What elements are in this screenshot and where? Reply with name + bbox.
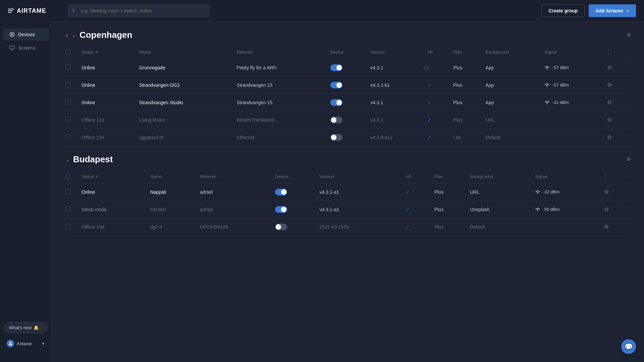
device-background: App	[482, 59, 540, 76]
filter-arrow-icon: ▼	[95, 175, 99, 178]
device-ap: ✓	[423, 76, 449, 94]
device-settings-button[interactable]: ⚙	[606, 133, 613, 142]
columns-menu-icon[interactable]: ⋮	[606, 49, 611, 55]
device-settings-button[interactable]: ⚙	[603, 205, 610, 214]
device-plan: Plus	[449, 76, 481, 94]
screen-icon	[9, 45, 15, 51]
sidebar-item-screens[interactable]: Screens	[3, 42, 49, 54]
device-name: yggdrasil-bt	[135, 129, 233, 146]
device-settings-button[interactable]: ⚙	[603, 222, 610, 231]
device-signal	[540, 111, 601, 129]
device-toggle[interactable]	[326, 129, 367, 146]
user-menu[interactable]: Airtame ▼	[4, 337, 48, 350]
device-actions[interactable]: ⚙	[602, 76, 631, 94]
device-toggle[interactable]	[271, 183, 315, 201]
row-checkbox[interactable]	[65, 65, 70, 70]
group-collapse-icon-copenhagen[interactable]: ⌄	[72, 32, 76, 38]
device-toggle[interactable]	[326, 76, 367, 94]
columns-menu-icon[interactable]: ⋮	[603, 174, 608, 179]
device-toggle[interactable]	[326, 111, 367, 129]
row-checkbox[interactable]	[65, 100, 70, 105]
th-version: Version	[366, 46, 423, 59]
group-header-copenhagen: «⌄Copenhagen≡	[65, 30, 631, 40]
search-input[interactable]	[68, 4, 209, 17]
device-plan: Lite	[449, 129, 481, 146]
th-network: Network	[196, 170, 271, 183]
device-actions[interactable]: ⚙	[602, 111, 631, 129]
device-actions[interactable]: ⚙	[599, 183, 631, 201]
device-name: Kitchen	[146, 201, 196, 218]
ap-check-icon: ✓	[427, 117, 431, 123]
create-group-button[interactable]: Create group	[541, 4, 585, 17]
device-settings-button[interactable]: ⚙	[603, 187, 610, 196]
ap-check-icon: ✓	[406, 207, 410, 212]
th-status[interactable]: Status ▼	[77, 46, 135, 59]
status-filter[interactable]: Status ▼	[82, 50, 131, 55]
device-name: Strandvangen Studio	[135, 94, 233, 111]
device-settings-button[interactable]: ⚙	[606, 98, 613, 107]
group-menu-icon-budapest[interactable]: ≡	[627, 156, 631, 163]
svg-point-0	[10, 32, 14, 37]
device-status: Offline 12d	[77, 129, 135, 146]
device-ap: ✓	[423, 94, 449, 111]
status-filter[interactable]: Status ▼	[82, 174, 142, 179]
group-title-copenhagen: Copenhagen	[79, 30, 132, 40]
device-toggle[interactable]	[326, 59, 367, 76]
add-airtame-button[interactable]: Add Airtame ▼	[589, 4, 636, 17]
row-checkbox[interactable]	[65, 189, 70, 194]
collapse-all-icon[interactable]: «	[65, 32, 68, 38]
device-toggle[interactable]	[326, 94, 367, 111]
th-device: Device	[271, 170, 315, 183]
monitor-icon	[9, 32, 15, 37]
device-network: Ethernet	[233, 129, 326, 146]
device-actions[interactable]: ⚙	[599, 201, 631, 218]
th-status[interactable]: Status ▼	[77, 170, 146, 183]
ap-check-icon: ✓	[427, 100, 431, 105]
device-table-copenhagen: Status ▼NameNetworkDeviceVersionAPPlanBa…	[65, 46, 631, 146]
th-background: Background	[466, 170, 531, 183]
chat-bubble[interactable]: 💬	[621, 339, 636, 354]
device-version: v4.3.1	[366, 59, 423, 76]
signal-value: -32 dBm	[543, 189, 559, 194]
select-all-checkbox[interactable]	[65, 49, 70, 54]
device-actions[interactable]: ⚙	[602, 59, 631, 76]
wifi-icon	[544, 66, 550, 70]
device-version: v4.3.1-a1	[316, 183, 402, 201]
group-collapse-icon-budapest[interactable]: ⌄	[65, 156, 70, 163]
device-plan: Plus	[430, 201, 466, 218]
device-actions[interactable]: ⚙	[599, 218, 631, 236]
th-actions[interactable]: ⋮	[602, 46, 631, 59]
device-background: URL	[482, 111, 540, 129]
row-checkbox[interactable]	[65, 82, 70, 87]
device-name: Nappali	[146, 183, 196, 201]
device-status: Sleep mode	[77, 201, 146, 218]
device-toggle[interactable]	[271, 218, 315, 236]
row-checkbox[interactable]	[65, 134, 70, 139]
device-actions[interactable]: ⚙	[602, 129, 631, 146]
device-toggle[interactable]	[271, 201, 315, 218]
bell-icon: 🔔	[34, 325, 39, 330]
logo-text: AIRTAME	[17, 7, 46, 14]
select-all-checkbox[interactable]	[65, 174, 70, 179]
device-actions[interactable]: ⚙	[602, 94, 631, 111]
device-settings-button[interactable]: ⚙	[606, 63, 613, 72]
device-plan: Plus	[430, 218, 466, 236]
device-version: v4.3.1	[366, 111, 423, 129]
device-settings-button[interactable]: ⚙	[606, 115, 613, 124]
th-name: Name	[135, 46, 233, 59]
whats-new-button[interactable]: What's new 🔔	[4, 322, 48, 333]
row-checkbox[interactable]	[65, 117, 70, 122]
th-version: Version	[316, 170, 402, 183]
device-settings-button[interactable]: ⚙	[606, 80, 613, 89]
table-row: OnlineStrandvangen-DG2Strandvangen 15v4.…	[65, 76, 631, 94]
th-actions[interactable]: ⋮	[599, 170, 631, 183]
signal-value: -57 dBm	[552, 82, 569, 87]
sidebar-item-devices[interactable]: Devices	[3, 28, 49, 41]
row-checkbox[interactable]	[65, 206, 70, 212]
group-menu-icon-copenhagen[interactable]: ≡	[627, 32, 631, 39]
row-checkbox[interactable]	[65, 224, 70, 229]
device-background: Unsplash	[466, 201, 531, 218]
device-background: URL	[466, 183, 531, 201]
device-status: Online	[77, 59, 135, 76]
device-plan: Plus	[449, 59, 481, 76]
